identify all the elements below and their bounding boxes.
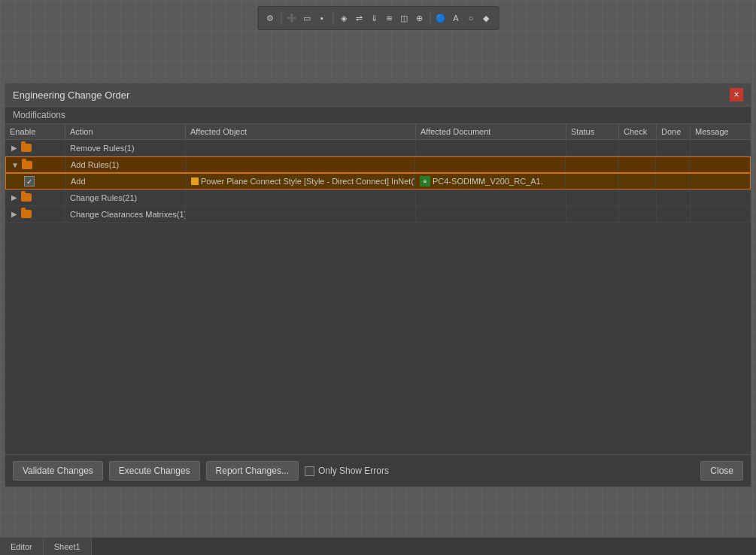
filter-icon[interactable]: ⚙ bbox=[264, 12, 276, 24]
text-icon[interactable]: A bbox=[450, 12, 462, 24]
sep3 bbox=[430, 11, 430, 25]
cell-obj-change-clearances bbox=[186, 206, 416, 222]
cell-enable-add-item bbox=[6, 174, 66, 189]
affected-document-text: PC4-SODIMM_V200_RC_A1. bbox=[433, 177, 543, 186]
cell-doc-change-rules bbox=[416, 190, 566, 205]
col-header-done: Done bbox=[657, 124, 691, 139]
col-header-check: Check bbox=[619, 124, 657, 139]
close-button[interactable]: Close bbox=[700, 461, 743, 481]
folder-icon bbox=[22, 161, 32, 169]
cell-done-add-item bbox=[656, 174, 690, 189]
col-header-action: Action bbox=[65, 124, 186, 139]
dialog-footer: Validate Changes Execute Changes Report … bbox=[5, 454, 751, 487]
expand-arrow-icon[interactable]: ▶ bbox=[10, 193, 19, 202]
table-row-change-clearances[interactable]: ▶ Change Clearances Matrixes(1) bbox=[5, 206, 751, 223]
expand-arrow-icon[interactable]: ▶ bbox=[10, 210, 19, 219]
sheet1-tab[interactable]: Sheet1 bbox=[44, 538, 92, 555]
engineering-change-order-dialog: Engineering Change Order × Modifications… bbox=[5, 83, 751, 487]
col-header-affected-document: Affected Document bbox=[416, 124, 566, 139]
cell-obj-add-rules bbox=[187, 157, 415, 172]
folder-icon bbox=[21, 210, 32, 218]
enable-checkbox[interactable] bbox=[24, 176, 35, 187]
cell-message-change-clearances bbox=[691, 206, 751, 222]
table-row-add-rules[interactable]: ▼ Add Rules(1) bbox=[5, 156, 751, 173]
down-icon[interactable]: ⇓ bbox=[368, 12, 380, 24]
cell-action-add-item: Add bbox=[66, 174, 187, 189]
cell-done-remove-rules bbox=[657, 140, 691, 156]
cell-doc-add-item: ≡ PC4-SODIMM_V200_RC_A1. bbox=[415, 174, 566, 189]
cell-enable-add-rules: ▼ bbox=[6, 157, 66, 172]
column-headers: Enable Action Affected Object Affected D… bbox=[5, 124, 751, 140]
cell-check-remove-rules bbox=[619, 140, 657, 156]
top-toolbar: ⚙ ➕ ▭ ▪ ◈ ⇌ ⇓ ≋ ◫ ⊕ 🔵 A ○ ◆ bbox=[257, 6, 499, 30]
cell-status-change-rules bbox=[566, 190, 619, 205]
cell-enable-change-clearances: ▶ bbox=[5, 206, 65, 222]
flip-icon[interactable]: ⇌ bbox=[353, 12, 365, 24]
cell-action-change-rules: Change Rules(21) bbox=[65, 190, 186, 205]
cell-message-remove-rules bbox=[691, 140, 751, 156]
sep2 bbox=[332, 11, 333, 25]
editor-tab[interactable]: Editor bbox=[0, 538, 44, 555]
cell-action-add-rules: Add Rules(1) bbox=[66, 157, 187, 172]
col-header-enable: Enable bbox=[5, 124, 65, 139]
cell-doc-remove-rules bbox=[416, 140, 566, 156]
col-header-message: Message bbox=[691, 124, 751, 139]
cell-check-add-item bbox=[618, 174, 656, 189]
cell-check-add-rules bbox=[618, 157, 656, 172]
circle-icon[interactable]: 🔵 bbox=[435, 12, 447, 24]
table-body: ▶ Remove Rules(1) ▼ Add Rules(1) bbox=[5, 140, 751, 454]
dialog-title: Engineering Change Order bbox=[13, 89, 129, 101]
dialog-titlebar: Engineering Change Order × bbox=[5, 83, 751, 107]
cell-done-add-rules bbox=[656, 157, 690, 172]
cell-obj-add-item: Power Plane Connect Style [Style - Direc… bbox=[187, 174, 415, 189]
col-header-status: Status bbox=[566, 124, 619, 139]
cell-status-add-rules bbox=[566, 157, 618, 172]
modifications-label: Modifications bbox=[5, 107, 751, 124]
cell-done-change-clearances bbox=[657, 206, 691, 222]
execute-changes-button[interactable]: Execute Changes bbox=[109, 461, 200, 481]
col-header-affected-object: Affected Object bbox=[186, 124, 416, 139]
cell-doc-change-clearances bbox=[416, 206, 566, 222]
folder-icon bbox=[21, 193, 32, 202]
wave-icon[interactable]: ≋ bbox=[383, 12, 395, 24]
only-show-errors-text: Only Show Errors bbox=[318, 466, 389, 476]
cell-action-change-clearances: Change Clearances Matrixes(1) bbox=[65, 206, 186, 222]
object-icon bbox=[191, 177, 199, 185]
grid-icon[interactable]: ◫ bbox=[398, 12, 410, 24]
cell-status-change-clearances bbox=[566, 206, 619, 222]
only-show-errors-checkbox[interactable] bbox=[305, 466, 314, 476]
add-icon[interactable]: ➕ bbox=[286, 12, 298, 24]
table-row-add-item[interactable]: Add Power Plane Connect Style [Style - D… bbox=[5, 173, 751, 190]
validate-changes-button[interactable]: Validate Changes bbox=[13, 461, 103, 481]
report-changes-button[interactable]: Report Changes... bbox=[206, 461, 299, 481]
dialog-close-button[interactable]: × bbox=[730, 88, 743, 102]
cell-obj-change-rules bbox=[186, 190, 416, 205]
affected-object-text: Power Plane Connect Style [Style - Direc… bbox=[201, 177, 415, 186]
rect-icon[interactable]: ▭ bbox=[301, 12, 313, 24]
oval-icon[interactable]: ○ bbox=[465, 12, 477, 24]
cell-doc-add-rules bbox=[415, 157, 566, 172]
cell-message-add-item bbox=[690, 174, 750, 189]
square-icon[interactable]: ▪ bbox=[316, 12, 328, 24]
cell-enable-remove-rules: ▶ bbox=[5, 140, 65, 156]
status-bar: Editor Sheet1 bbox=[0, 537, 756, 555]
expand-arrow-icon[interactable]: ▼ bbox=[11, 160, 20, 169]
only-show-errors-label[interactable]: Only Show Errors bbox=[305, 466, 389, 476]
table-row[interactable]: ▶ Remove Rules(1) bbox=[5, 140, 751, 156]
diamond-icon[interactable]: ◆ bbox=[480, 12, 492, 24]
expand-arrow-icon[interactable]: ▶ bbox=[10, 144, 19, 153]
sep1 bbox=[281, 11, 281, 25]
cell-done-change-rules bbox=[657, 190, 691, 205]
component-icon[interactable]: ◈ bbox=[338, 12, 350, 24]
cell-obj-remove-rules bbox=[186, 140, 416, 156]
table-row-change-rules[interactable]: ▶ Change Rules(21) bbox=[5, 190, 751, 206]
cell-check-change-clearances bbox=[619, 206, 657, 222]
plus-circle-icon[interactable]: ⊕ bbox=[413, 12, 425, 24]
folder-icon bbox=[21, 144, 32, 152]
cell-enable-change-rules: ▶ bbox=[5, 190, 65, 205]
cell-action-remove-rules: Remove Rules(1) bbox=[65, 140, 186, 156]
cell-message-change-rules bbox=[691, 190, 751, 205]
cell-status-add-item bbox=[566, 174, 618, 189]
cell-check-change-rules bbox=[619, 190, 657, 205]
cell-message-add-rules bbox=[690, 157, 750, 172]
